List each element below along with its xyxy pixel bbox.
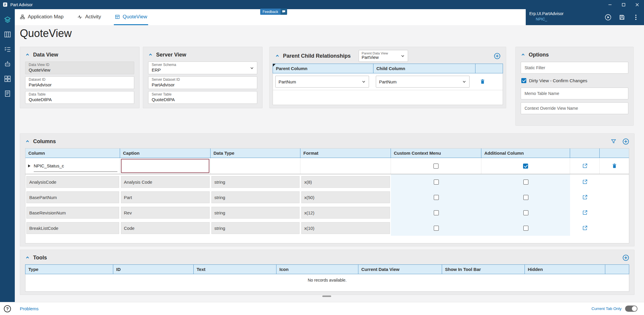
- data-table-field[interactable]: Data Table QuoteDtlPA: [25, 91, 134, 104]
- feedback-button[interactable]: Feedback: [260, 9, 287, 15]
- cell-custom-context-menu: [391, 158, 481, 174]
- additional-column-checkbox[interactable]: [523, 164, 528, 169]
- header-current-data-view[interactable]: Current Data View: [358, 265, 442, 274]
- additional-column-checkbox[interactable]: [523, 180, 528, 185]
- maximize-button[interactable]: [617, 0, 630, 9]
- field-value: ERP: [152, 67, 254, 73]
- header-actions: [605, 9, 639, 25]
- filter-button[interactable]: [611, 138, 617, 144]
- add-column-button[interactable]: [622, 138, 629, 145]
- table-row[interactable]: BasePartNum Part string x(50): [25, 190, 629, 205]
- collapse-caret-icon[interactable]: [148, 52, 153, 57]
- cell-blank: [600, 220, 629, 236]
- parent-column-dropdown[interactable]: PartNum: [275, 76, 369, 88]
- delete-relationship-button[interactable]: [480, 79, 486, 85]
- header-child-column[interactable]: Child Column: [373, 64, 475, 73]
- tab-quoteview[interactable]: QuoteView: [114, 9, 148, 25]
- feedback-label: Feedback: [260, 9, 281, 15]
- header-show-in-tool-bar[interactable]: Show In Tool Bar: [442, 265, 525, 274]
- preview-play-button[interactable]: [605, 14, 611, 21]
- problems-link[interactable]: Problems: [20, 306, 38, 311]
- header-text[interactable]: Text: [194, 265, 276, 274]
- server-schema-dropdown[interactable]: Server Schema ERP: [148, 62, 257, 74]
- context-override-view-input[interactable]: Context Override View Name: [521, 102, 628, 114]
- sidebar-item-layout[interactable]: [0, 27, 15, 42]
- collapse-caret-icon[interactable]: [521, 52, 525, 57]
- server-table-field[interactable]: Server Table QuoteDtlPA: [148, 91, 257, 104]
- sidebar-item-bot[interactable]: [0, 56, 15, 71]
- field-label: Data View ID: [29, 63, 131, 67]
- dataset-id-field[interactable]: Dataset ID PartAdvisor: [25, 76, 134, 89]
- cell-format[interactable]: [300, 158, 391, 174]
- open-column-detail-button[interactable]: [582, 194, 588, 200]
- cell-caption-selected[interactable]: [120, 158, 211, 174]
- additional-column-checkbox[interactable]: [523, 226, 528, 231]
- delete-column-button[interactable]: [611, 163, 617, 169]
- child-column-dropdown[interactable]: PartNum: [376, 76, 470, 88]
- open-column-detail-button[interactable]: [582, 163, 588, 169]
- add-tool-button[interactable]: [622, 254, 629, 261]
- chevron-down-icon: [462, 79, 467, 84]
- custom-context-menu-checkbox[interactable]: [434, 195, 439, 200]
- header-additional-column[interactable]: Additional Column: [481, 148, 570, 158]
- additional-column-checkbox[interactable]: [523, 195, 528, 200]
- collapse-caret-icon[interactable]: [25, 255, 30, 260]
- minimize-button[interactable]: [603, 0, 617, 9]
- custom-context-menu-checkbox[interactable]: [434, 210, 439, 215]
- window-controls: [603, 0, 644, 9]
- header-icon[interactable]: Icon: [276, 265, 358, 274]
- static-filter-input[interactable]: Static Filter: [521, 62, 628, 74]
- tools-panel: Tools Type ID Text Icon Current Data Vie…: [20, 250, 635, 295]
- table-row[interactable]: BreakListCode Code string x(10): [25, 220, 629, 236]
- close-button[interactable]: [630, 0, 644, 9]
- cell-data-type[interactable]: [211, 158, 300, 174]
- field-value: QuoteView: [29, 67, 131, 73]
- server-dataset-id-field[interactable]: Server Dataset ID PartAdvisor: [148, 76, 257, 89]
- memo-table-name-input[interactable]: Memo Table Name: [521, 88, 628, 99]
- collapse-caret-icon[interactable]: [25, 139, 30, 144]
- collapse-caret-icon[interactable]: [25, 52, 30, 57]
- layout-board-icon: [4, 31, 11, 38]
- header-data-type[interactable]: Data Type: [211, 148, 300, 158]
- help-button[interactable]: ?: [0, 305, 15, 312]
- sidebar-item-layers[interactable]: [0, 12, 15, 27]
- caption-input[interactable]: [121, 159, 209, 173]
- additional-column-checkbox[interactable]: [523, 210, 528, 215]
- table-row[interactable]: BaseRevisionNum Rev string x(12): [25, 205, 629, 220]
- header-column[interactable]: Column: [25, 148, 120, 158]
- header-custom-context-menu[interactable]: Custom Context Menu: [391, 148, 481, 158]
- table-row[interactable]: AnalysisCode Analysis Code string x(8): [25, 174, 629, 190]
- parent-data-view-dropdown[interactable]: Parent Data View PartView: [359, 50, 408, 62]
- dirty-view-checkbox[interactable]: [521, 78, 526, 83]
- custom-context-menu-checkbox[interactable]: [434, 226, 439, 231]
- custom-context-menu-checkbox[interactable]: [433, 164, 438, 169]
- window-title: Part Advisor: [10, 2, 33, 7]
- header-hidden[interactable]: Hidden: [525, 265, 605, 274]
- header-format[interactable]: Format: [300, 148, 391, 158]
- header-id[interactable]: ID: [113, 265, 194, 274]
- tab-activity[interactable]: Activity: [76, 9, 102, 25]
- overflow-menu-button[interactable]: [632, 14, 639, 21]
- cell-column[interactable]: NPIC_Status_c: [25, 158, 120, 174]
- add-relationship-button[interactable]: [494, 53, 501, 59]
- open-column-detail-button[interactable]: [582, 179, 588, 185]
- open-column-detail-button[interactable]: [582, 225, 588, 231]
- sidebar-item-script[interactable]: [0, 86, 15, 101]
- current-tab-only-toggle[interactable]: [625, 306, 637, 312]
- splitter-handle[interactable]: [322, 295, 331, 297]
- header-parent-column[interactable]: Parent Column: [273, 64, 373, 73]
- collapse-caret-icon[interactable]: [275, 54, 280, 58]
- tab-application-map[interactable]: Application Map: [19, 9, 64, 25]
- save-button[interactable]: [619, 14, 625, 21]
- column-name-input[interactable]: NPIC_Status_c: [34, 160, 117, 172]
- sidebar-item-checklist[interactable]: [0, 42, 15, 56]
- sidebar: [0, 9, 15, 302]
- open-column-detail-button[interactable]: [582, 210, 588, 216]
- custom-context-menu-checkbox[interactable]: [434, 180, 439, 185]
- cell-blank: [600, 190, 629, 205]
- header-type[interactable]: Type: [25, 265, 113, 274]
- table-row-active[interactable]: NPIC_Status_c: [25, 158, 629, 174]
- sidebar-item-grid[interactable]: [0, 71, 15, 86]
- header-caption[interactable]: Caption: [120, 148, 211, 158]
- field-label: Server Table: [152, 92, 254, 97]
